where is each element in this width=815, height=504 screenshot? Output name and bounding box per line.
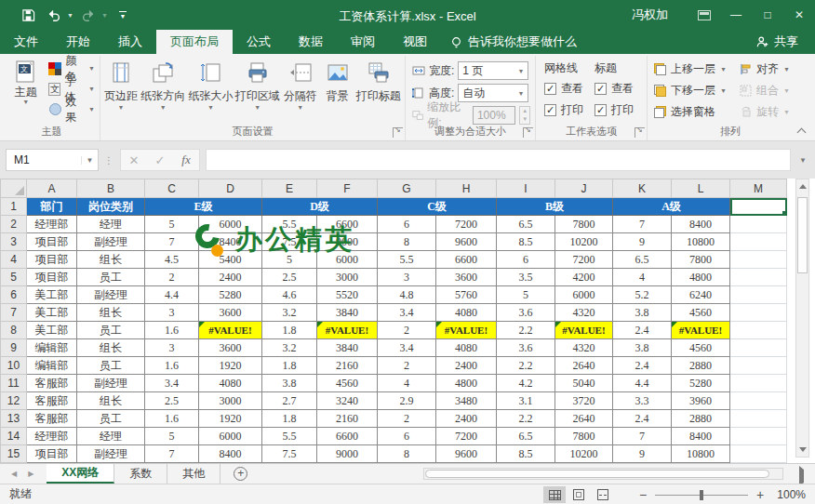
- cell[interactable]: 副经理: [77, 445, 145, 463]
- cell[interactable]: C级: [378, 198, 497, 216]
- cell[interactable]: 2: [378, 410, 436, 428]
- sheet-tab-xx-network[interactable]: XX网络: [47, 464, 114, 484]
- cell[interactable]: 6.5: [497, 216, 555, 233]
- zoom-in-button[interactable]: +: [755, 487, 765, 502]
- cell[interactable]: 部门: [27, 198, 77, 216]
- cell[interactable]: #VALUE!: [199, 322, 262, 339]
- cell[interactable]: [730, 357, 787, 375]
- cell[interactable]: 经理: [77, 428, 145, 445]
- cell[interactable]: [730, 375, 787, 392]
- name-box-dropdown-icon[interactable]: ▼: [81, 156, 98, 165]
- cell[interactable]: 2.5: [262, 269, 317, 286]
- size-button[interactable]: 纸张大小▼: [187, 56, 234, 111]
- cell[interactable]: A级: [613, 198, 730, 216]
- bring-forward-button[interactable]: 上移一层▼: [654, 60, 727, 78]
- cell[interactable]: 7800: [555, 216, 613, 233]
- tab-formulas[interactable]: 公式: [233, 30, 285, 54]
- cell[interactable]: 3960: [672, 392, 730, 410]
- cell[interactable]: 1.8: [262, 322, 317, 339]
- cell[interactable]: 3.6: [497, 339, 555, 357]
- cell[interactable]: #VALUE!: [555, 322, 613, 339]
- tab-file[interactable]: 文件: [0, 30, 52, 54]
- select-all-corner[interactable]: [1, 179, 27, 198]
- cell[interactable]: [730, 410, 787, 428]
- cell[interactable]: 4320: [555, 304, 613, 322]
- scroll-right-icon[interactable]: [799, 470, 804, 483]
- tab-data[interactable]: 数据: [285, 30, 337, 54]
- cell[interactable]: 2880: [672, 357, 730, 375]
- row-header-6[interactable]: 6: [1, 286, 27, 304]
- column-header-E[interactable]: E: [262, 179, 317, 198]
- row-header-4[interactable]: 4: [1, 251, 27, 269]
- scroll-up-icon[interactable]: [796, 179, 808, 193]
- zoom-slider-thumb[interactable]: [700, 490, 703, 500]
- row-header-1[interactable]: 1: [1, 198, 27, 216]
- row-header-11[interactable]: 11: [1, 375, 27, 392]
- cell[interactable]: 岗位类别: [77, 198, 145, 216]
- cell[interactable]: 美工部: [27, 286, 77, 304]
- cell[interactable]: 2.4: [613, 357, 672, 375]
- cell[interactable]: [730, 322, 787, 339]
- collapse-ribbon-icon[interactable]: [798, 127, 806, 135]
- cell[interactable]: 8.5: [497, 445, 555, 463]
- cell[interactable]: D级: [262, 198, 378, 216]
- normal-view-button[interactable]: [543, 486, 566, 503]
- cell[interactable]: 3600: [199, 339, 262, 357]
- cell[interactable]: 9000: [317, 233, 378, 251]
- cell[interactable]: 4.4: [613, 375, 672, 392]
- cell[interactable]: 7.5: [262, 445, 317, 463]
- cell[interactable]: 6.5: [613, 251, 672, 269]
- column-header-M[interactable]: M: [730, 179, 787, 198]
- cell[interactable]: 6: [497, 251, 555, 269]
- background-button[interactable]: 背景: [319, 56, 354, 104]
- cell[interactable]: 3.5: [497, 269, 555, 286]
- cell[interactable]: 3000: [317, 269, 378, 286]
- tab-page-layout[interactable]: 页面布局: [156, 30, 233, 54]
- send-backward-button[interactable]: 下移一层▼: [654, 81, 727, 99]
- cell[interactable]: B级: [497, 198, 613, 216]
- align-button[interactable]: 对齐▼: [740, 60, 790, 78]
- cell[interactable]: 5520: [317, 286, 378, 304]
- cell[interactable]: 7: [613, 216, 672, 233]
- cell[interactable]: [730, 198, 787, 216]
- tell-me-box[interactable]: 告诉我你想要做什么: [450, 30, 577, 54]
- cell[interactable]: 项目部: [27, 269, 77, 286]
- column-header-G[interactable]: G: [378, 179, 436, 198]
- row-header-2[interactable]: 2: [1, 216, 27, 233]
- cell[interactable]: 5280: [672, 375, 730, 392]
- cell[interactable]: 经理部: [27, 216, 77, 233]
- column-header-I[interactable]: I: [497, 179, 555, 198]
- print-area-button[interactable]: 打印区域▼: [234, 56, 281, 111]
- cell[interactable]: 8.5: [497, 233, 555, 251]
- cell[interactable]: 9: [613, 233, 672, 251]
- page-break-view-button[interactable]: [592, 486, 614, 503]
- cell[interactable]: 9600: [436, 233, 497, 251]
- cell[interactable]: 6600: [317, 216, 378, 233]
- vertical-scroll-thumb[interactable]: [797, 197, 808, 273]
- cell[interactable]: 3240: [317, 392, 378, 410]
- tab-home[interactable]: 开始: [52, 30, 104, 54]
- cell[interactable]: [730, 269, 787, 286]
- cell[interactable]: 客服部: [27, 410, 77, 428]
- column-header-K[interactable]: K: [613, 179, 672, 198]
- cell[interactable]: 4080: [199, 375, 262, 392]
- cell[interactable]: 4.6: [262, 286, 317, 304]
- cell[interactable]: 项目部: [27, 445, 77, 463]
- cell[interactable]: 2.2: [497, 322, 555, 339]
- cell[interactable]: 10200: [555, 445, 613, 463]
- cell[interactable]: 6000: [199, 216, 262, 233]
- page-setup-dialog-launcher[interactable]: [393, 127, 403, 138]
- headings-print-checkbox[interactable]: ✓打印: [595, 101, 634, 119]
- cell[interactable]: 8400: [199, 445, 262, 463]
- cell[interactable]: 4: [378, 375, 436, 392]
- page-layout-view-button[interactable]: [568, 486, 590, 503]
- cell[interactable]: 3000: [199, 392, 262, 410]
- cell[interactable]: 1.8: [262, 410, 317, 428]
- horizontal-scrollbar[interactable]: [423, 468, 783, 480]
- cell[interactable]: 2.4: [613, 322, 672, 339]
- cell[interactable]: 7: [613, 428, 672, 445]
- tab-view[interactable]: 视图: [389, 30, 441, 54]
- ribbon-display-options-icon[interactable]: [688, 0, 720, 30]
- column-header-F[interactable]: F: [317, 179, 378, 198]
- cell[interactable]: 4320: [555, 339, 613, 357]
